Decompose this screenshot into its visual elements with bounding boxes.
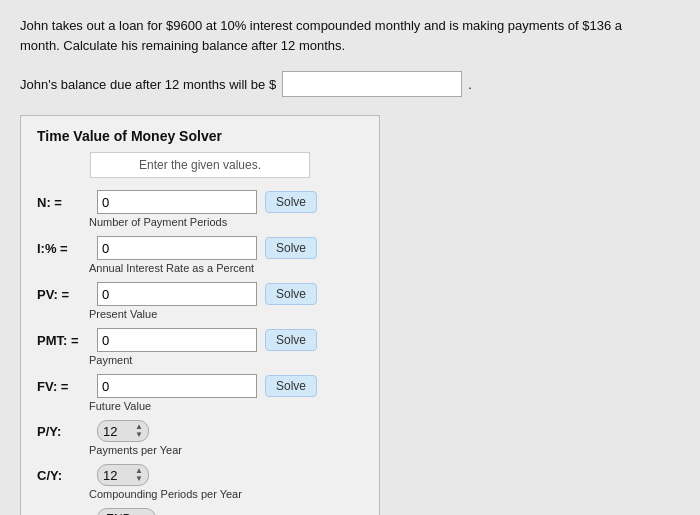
pmt-end-label: PMT: = <box>37 512 89 516</box>
pmt-description: Payment <box>89 354 363 366</box>
fv-description: Future Value <box>89 400 363 412</box>
balance-label: John's balance due after 12 months will … <box>20 77 276 92</box>
solver-hint: Enter the given values. <box>90 152 310 178</box>
field-row-n: N: = Solve <box>37 190 363 214</box>
n-label: N: = <box>37 195 89 210</box>
i-solve-button[interactable]: Solve <box>265 237 317 259</box>
pmt-end-row: PMT: = END ▼ <box>37 508 363 515</box>
fv-label: FV: = <box>37 379 89 394</box>
cy-description: Compounding Periods per Year <box>89 488 363 500</box>
i-description: Annual Interest Rate as a Percent <box>89 262 363 274</box>
field-row-pmt: PMT: = Solve <box>37 328 363 352</box>
py-spinner[interactable]: 12 ▲ ▼ <box>97 420 149 442</box>
cy-arrows[interactable]: ▲ ▼ <box>135 467 143 483</box>
field-row-py: P/Y: 12 ▲ ▼ <box>37 420 363 442</box>
pmt-end-select[interactable]: END ▼ <box>97 508 156 515</box>
pmt-input[interactable] <box>97 328 257 352</box>
py-label: P/Y: <box>37 424 89 439</box>
i-label: I:% = <box>37 241 89 256</box>
py-arrows[interactable]: ▲ ▼ <box>135 423 143 439</box>
cy-label: C/Y: <box>37 468 89 483</box>
solver-box: Time Value of Money Solver Enter the giv… <box>20 115 380 515</box>
cy-value: 12 <box>103 468 117 483</box>
balance-input[interactable] <box>282 71 462 97</box>
cy-spinner[interactable]: 12 ▲ ▼ <box>97 464 149 486</box>
solver-title: Time Value of Money Solver <box>37 128 363 144</box>
n-solve-button[interactable]: Solve <box>265 191 317 213</box>
py-description: Payments per Year <box>89 444 363 456</box>
problem-text: John takes out a loan for $9600 at 10% i… <box>20 16 660 55</box>
field-row-cy: C/Y: 12 ▲ ▼ <box>37 464 363 486</box>
field-row-fv: FV: = Solve <box>37 374 363 398</box>
balance-period: . <box>468 77 472 92</box>
pmt-solve-button[interactable]: Solve <box>265 329 317 351</box>
balance-row: John's balance due after 12 months will … <box>20 71 680 97</box>
fv-solve-button[interactable]: Solve <box>265 375 317 397</box>
pmt-label: PMT: = <box>37 333 89 348</box>
i-input[interactable] <box>97 236 257 260</box>
py-down-arrow[interactable]: ▼ <box>135 431 143 439</box>
py-value: 12 <box>103 424 117 439</box>
pv-label: PV: = <box>37 287 89 302</box>
pv-input[interactable] <box>97 282 257 306</box>
fv-input[interactable] <box>97 374 257 398</box>
pv-description: Present Value <box>89 308 363 320</box>
n-description: Number of Payment Periods <box>89 216 363 228</box>
pv-solve-button[interactable]: Solve <box>265 283 317 305</box>
n-input[interactable] <box>97 190 257 214</box>
cy-down-arrow[interactable]: ▼ <box>135 475 143 483</box>
field-row-i: I:% = Solve <box>37 236 363 260</box>
field-row-pv: PV: = Solve <box>37 282 363 306</box>
